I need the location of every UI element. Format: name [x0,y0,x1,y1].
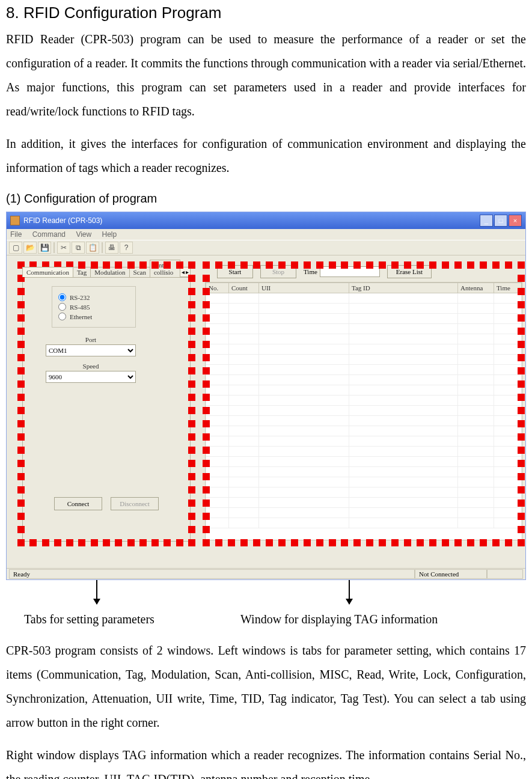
table-row [206,477,522,487]
screenshot-window: RFID Reader (CPR-503) _ □ × File Command… [6,212,526,580]
table-row [206,447,522,457]
table-row [206,508,522,518]
titlebar: RFID Reader (CPR-503) _ □ × [7,212,525,229]
menubar: File Command View Help [7,229,525,240]
window-title: RFID Reader (CPR-503) [23,216,480,225]
radio-rs232-label: RS-232 [70,294,90,301]
table-row [206,375,522,385]
menu-view[interactable]: View [76,230,91,239]
copy-icon[interactable]: ⧉ [72,242,85,254]
minimize-button[interactable]: _ [480,215,493,227]
print-icon[interactable]: 🖶 [105,242,118,254]
radio-ethernet[interactable] [58,313,66,320]
close-button[interactable]: × [509,215,522,227]
table-row [206,518,522,528]
tab-anticollision[interactable]: Anti-collisio [150,260,180,277]
cut-icon[interactable]: ✂ [57,242,70,254]
col-no[interactable]: No. [206,283,229,293]
toolbar: ▢ 📂 💾 ✂ ⧉ 📋 🖶 ? [7,240,525,255]
paragraph-4: Right window displays TAG information wh… [6,743,526,779]
table-row [206,467,522,477]
status-ready: Ready [9,569,415,579]
arrow-right-icon [349,580,350,604]
caption-left: Tabs for setting parameters [24,613,240,626]
tab-tag[interactable]: Tag [73,267,91,277]
tab-modulation[interactable]: Modulation [90,267,129,277]
time-field[interactable] [320,266,380,277]
port-select[interactable]: COM1 [46,344,136,356]
speed-select[interactable]: 9600 [46,371,136,383]
table-row [206,426,522,436]
paste-icon[interactable]: 📋 [86,242,99,254]
table-row [206,396,522,406]
radio-ethernet-label: Ethernet [70,313,92,320]
col-tagid[interactable]: Tag ID [349,283,458,293]
table-row [206,355,522,365]
radio-rs485[interactable] [58,303,66,311]
maximize-button[interactable]: □ [494,215,507,227]
statusbar: Ready Not Connected [7,568,525,579]
menu-help[interactable]: Help [102,230,117,239]
tab-scan[interactable]: Scan [129,267,150,277]
tab-scroll-arrows[interactable]: ◂▸ [180,267,191,277]
client-area: Communication Tag Modulation Scan Anti-c… [7,255,525,568]
col-antenna[interactable]: Antenna [458,283,494,293]
subheading: (1) Configuration of program [6,192,526,206]
connect-button[interactable]: Connect [54,497,102,510]
right-toolbar: Start Stop Time Erase List [217,265,522,278]
radio-rs232[interactable] [58,293,66,301]
tab-communication[interactable]: Communication [22,267,73,277]
open-icon[interactable]: 📂 [23,242,37,254]
help-icon[interactable]: ? [120,242,133,254]
table-row [206,304,522,314]
tab-strip: Communication Tag Modulation Scan Anti-c… [22,264,191,277]
table-row [206,365,522,375]
caption-right: Window for displaying TAG information [240,613,438,626]
col-count[interactable]: Count [229,283,259,293]
time-label: Time [304,268,317,275]
left-pane: Communication Tag Modulation Scan Anti-c… [22,264,191,545]
status-connection: Not Connected [415,569,487,579]
chevron-left-icon[interactable]: ◂ [182,269,185,275]
radio-rs485-label: RS-485 [70,304,90,311]
table-row [206,324,522,334]
table-row [206,334,522,344]
erase-list-button[interactable]: Erase List [387,265,432,278]
col-time[interactable]: Time [494,283,522,293]
menu-file[interactable]: File [10,230,22,239]
tag-table[interactable]: No. Count UII Tag ID Antenna Time [205,282,522,540]
stop-button[interactable]: Stop [260,265,296,278]
heading: 8. RFID Configuration Program [6,4,526,22]
chevron-right-icon[interactable]: ▸ [186,269,189,275]
table-row [206,406,522,416]
paragraph-2: In addition, it gives the interfaces for… [6,132,526,180]
paragraph-1: RFID Reader (CPR-503) program can be use… [6,27,526,123]
table-row [206,385,522,396]
col-uii[interactable]: UII [259,283,349,293]
radio-panel: RS-232 RS-485 Ethernet [52,286,136,328]
status-empty [487,569,523,579]
new-icon[interactable]: ▢ [9,242,22,254]
save-icon[interactable]: 💾 [38,242,51,254]
table-row [206,487,522,498]
table-row [206,344,522,355]
start-button[interactable]: Start [217,265,253,278]
table-row [206,436,522,447]
right-pane: Start Stop Time Erase List No. Count UII… [205,264,522,540]
arrow-left-icon [96,580,97,604]
table-row [206,416,522,426]
disconnect-button[interactable]: Disconnect [111,497,159,510]
table-row [206,498,522,508]
app-icon [10,216,20,225]
menu-command[interactable]: Command [32,230,66,239]
speed-label: Speed [46,362,136,370]
tab-body: RS-232 RS-485 Ethernet Port COM1 Speed 9… [22,277,191,542]
table-row [206,314,522,324]
table-row [206,293,522,304]
paragraph-3: CPR-503 program consists of 2 windows. L… [6,638,526,735]
port-label: Port [46,336,136,343]
table-row [206,457,522,467]
